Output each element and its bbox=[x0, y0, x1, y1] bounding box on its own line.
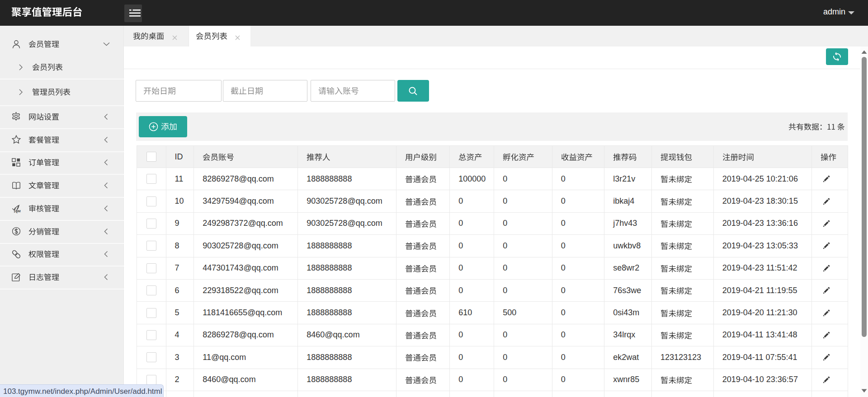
svg-text:QM: QM bbox=[15, 209, 21, 213]
